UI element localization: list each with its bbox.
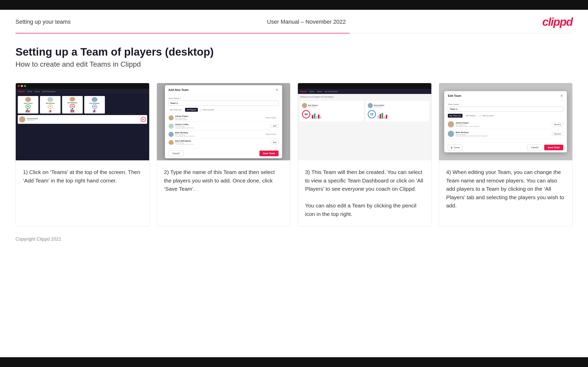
save-team-button[interactable]: Save Team <box>259 151 279 156</box>
bar-3c <box>73 110 74 112</box>
player-mini-4: Dave Billingham 78 <box>84 96 105 113</box>
add-player-btn-2[interactable]: Add <box>271 124 278 128</box>
player-mini-1: Adrian Collins 84 <box>18 96 38 113</box>
score-bottom: 72 <box>141 117 146 122</box>
edit-player-info-1: Adrian Player Plus Handicap The Shire Lo… <box>448 121 480 127</box>
player-name-3: Blair McHarg <box>175 132 195 134</box>
dialog-title: Add New Team <box>169 88 189 91</box>
edit-cancel-button[interactable]: Cancel <box>527 145 542 150</box>
bar-3b <box>72 108 73 112</box>
dash-content: Adrian Collins 84 Blair Mcsharg 0 <box>16 94 149 126</box>
top-bar <box>0 0 588 10</box>
edit-close-icon[interactable]: ✕ <box>560 94 563 98</box>
bar-mini-3 <box>71 108 74 112</box>
player-item-4: Dave Billingham 3.8 Handicap The Ding Ma… <box>169 138 279 145</box>
score-mini-3: 94 <box>70 104 75 108</box>
player-details-4: Dave Billingham 3.8 Handicap The Ding Ma… <box>175 140 194 145</box>
copyright: Copyright Clippd 2021 <box>15 237 61 242</box>
bar-4b <box>94 109 95 112</box>
bar-2c <box>51 110 52 112</box>
cancel-button[interactable]: Cancel <box>169 151 183 156</box>
card-2-text: 2) Type the name of this Team and then s… <box>157 160 290 226</box>
team-club-a: Plus Handicap <box>308 106 318 108</box>
page-title-section: Setting up a Team of players (desktop) H… <box>0 33 588 78</box>
edit-tab-my-team[interactable]: My Team (2) <box>448 114 462 118</box>
team-chart-b <box>377 111 387 119</box>
nav-home: Home <box>27 91 32 92</box>
team-card-b-stats: 72 <box>368 110 427 119</box>
clippd-logo: clippd <box>542 15 573 28</box>
card-4-screenshot: Edit Team ✕ Team Name * My Team (2) All … <box>439 83 573 160</box>
card-4-text: 4) When editing your Team, you can chang… <box>439 160 573 226</box>
player-avatar-4 <box>169 140 174 145</box>
avatar-mini-3 <box>70 97 75 101</box>
bar-1d <box>30 109 31 112</box>
filter-checkbox[interactable] <box>200 109 202 111</box>
team-card-a-stats: 94 <box>302 110 362 119</box>
edit-club-1: The Shire London, United Kingdom <box>456 126 480 127</box>
team-name-label: Team Name * <box>169 97 279 100</box>
team-nav: clippd Home Teams My Performance <box>298 89 431 94</box>
bar-mini-4 <box>93 109 96 112</box>
team-nav-home: Home <box>309 91 314 92</box>
bar-4c <box>95 110 96 112</box>
dialog-body: Team Name * My Team (2) All Players Filt… <box>165 95 282 147</box>
dialog-close-icon[interactable]: ✕ <box>275 88 279 92</box>
card-3-text: 3) This Team will then be created. You c… <box>298 160 431 226</box>
dot-red <box>18 85 20 87</box>
edit-dialog-tabs: My Team (2) All Players Filter by name <box>448 114 563 118</box>
page-title-sub: How to create and edit Teams in Clippd <box>15 60 573 68</box>
edit-player-1: Adrian Player Plus Handicap The Shire Lo… <box>448 120 563 129</box>
edit-name-2: Blair McHarg <box>456 131 487 134</box>
bar-chart-a <box>312 111 322 119</box>
edit-save-team-button[interactable]: Save Team <box>544 145 563 150</box>
player-item-2: Adrian Coliba 1.5 Handicap Central Londo… <box>169 122 279 130</box>
bar-chart-b <box>377 111 387 119</box>
edit-team-name-input[interactable] <box>448 107 563 112</box>
bar-3a <box>71 109 72 112</box>
add-team-dialog: Add New Team ✕ Team Name * My Team (2) A… <box>165 85 282 158</box>
delete-button[interactable]: 🗑 Delete <box>448 145 463 150</box>
header-center: User Manual – November 2022 <box>267 19 346 25</box>
bar-a3 <box>316 116 317 119</box>
bar-b1 <box>377 116 379 119</box>
bar-a1 <box>312 115 313 119</box>
edit-dialog-body: Team Name * My Team (2) All Players Filt… <box>444 101 567 141</box>
remove-player-btn-1[interactable]: Remove <box>552 123 563 126</box>
dialog-footer: Cancel Save Team <box>165 148 282 158</box>
trash-icon: 🗑 <box>451 146 453 149</box>
player-name-4: Dave Billingham <box>175 140 194 142</box>
bar-1a <box>26 110 27 112</box>
bar-a2 <box>314 113 315 119</box>
team-name-input[interactable] <box>169 101 279 106</box>
edit-team-dialog: Edit Team ✕ Team Name * My Team (2) All … <box>444 91 567 152</box>
filter-by-name: Filter by name <box>200 109 214 111</box>
nav-teams: Teams <box>35 91 40 92</box>
team-card-b-info: Richard Butler 3.8 Handicap <box>374 104 384 108</box>
edit-details-1: Adrian Player Plus Handicap The Shire Lo… <box>456 122 480 127</box>
edit-tab-all-players[interactable]: All Players <box>465 114 477 118</box>
edit-details-2: Blair McHarg Plus Handicap Royal North D… <box>456 131 487 137</box>
tab-my-team[interactable]: My Team (2) <box>169 108 183 112</box>
footer: Copyright Clippd 2021 <box>0 226 588 247</box>
player-name-2: Adrian Coliba <box>175 123 194 126</box>
dash-logo: clippd <box>18 90 25 93</box>
player-item-3: Blair McHarg Plus Handicap Royal North D… <box>169 130 279 138</box>
cards-row: clippd Home Teams My Performance Adrian … <box>0 83 588 226</box>
nav-perf: My Performance <box>43 91 56 92</box>
card-3: clippd Home Teams My Performance Viewing… <box>298 83 432 226</box>
avatar-mini-2 <box>47 97 53 102</box>
team-chart-a <box>312 111 322 119</box>
name-mini-2: Blair Mcsharg <box>46 102 54 104</box>
bar-a5 <box>320 117 322 119</box>
player-item-1: Adrian Player Plus Handicap The Shire Lo… <box>169 114 279 122</box>
player-club-1: The Shire London <box>175 119 189 120</box>
add-player-btn-4[interactable]: Add <box>271 141 278 144</box>
edit-filter-checkbox[interactable] <box>479 115 481 117</box>
dialog-overlay: Add New Team ✕ Team Name * My Team (2) A… <box>157 83 290 160</box>
tab-all-players[interactable]: All Players <box>185 108 198 112</box>
player-info-4: Dave Billingham 3.8 Handicap The Ding Ma… <box>169 140 194 145</box>
player-status-1: Player Added <box>263 116 279 120</box>
remove-player-btn-2[interactable]: Remove <box>552 132 563 136</box>
avatar-mini-1 <box>25 97 31 102</box>
